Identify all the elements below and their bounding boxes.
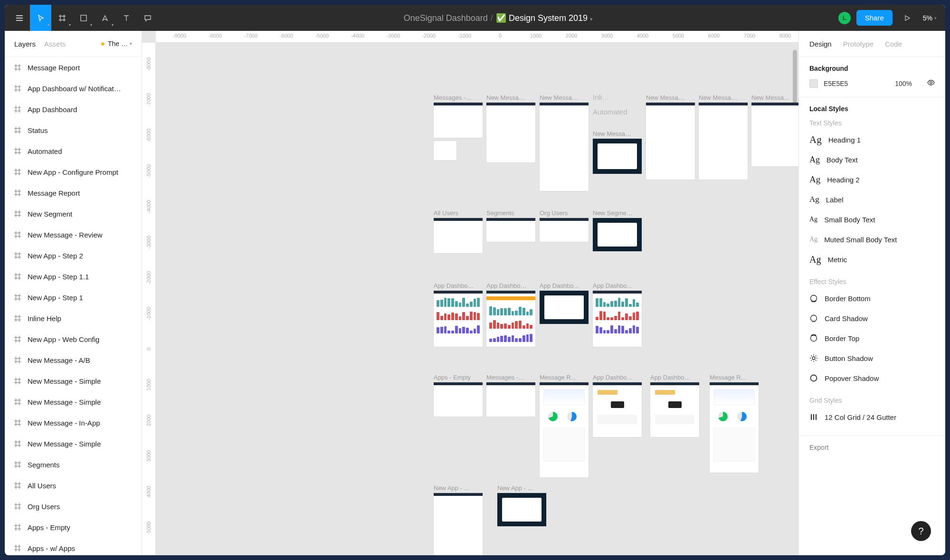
layer-item[interactable]: New Segment [5,203,142,224]
frame-label[interactable]: App Dashbo… [486,282,535,289]
canvas-frame[interactable]: New Messa… [699,94,748,180]
frame-label[interactable]: Automated [593,108,627,116]
frame-label[interactable]: Org Users [540,209,589,217]
frame-label[interactable]: Inli… [593,93,617,101]
text-style-item[interactable]: AgLabel [809,190,935,209]
text-style-item[interactable]: AgBody Text [809,150,935,170]
frame-label[interactable]: New Messa… [486,94,535,101]
text-style-item[interactable]: AgHeading 2 [809,170,935,190]
tab-assets[interactable]: Assets [44,40,66,48]
frame-label[interactable]: New App - … [497,484,546,492]
frame-label[interactable]: Message R… [710,374,759,381]
layer-item[interactable]: New App - Configure Prompt [5,161,142,182]
avatar[interactable]: L [838,12,851,24]
text-style-item[interactable]: AgHeading 1 [809,130,935,150]
move-tool[interactable]: ▾ [30,5,51,31]
comment-tool[interactable] [137,5,158,31]
menu-button[interactable] [9,5,30,31]
text-style-item[interactable]: AgMuted Small Body Text [809,229,935,249]
canvas-frame[interactable] [434,141,456,160]
layer-item[interactable]: App Dashboard w/ Notificat… [5,78,142,99]
canvas-frame[interactable]: Org Users [540,209,589,242]
canvas-frame[interactable]: App Dashbo… [593,282,642,347]
frame-label[interactable]: App Dashbo… [593,282,642,289]
canvas-frame[interactable]: New App - … [497,484,546,526]
canvas-frame[interactable]: Apps - Empty [434,374,483,417]
frame-tool[interactable]: ▾ [51,5,73,31]
frame-label[interactable]: New Segme… [593,209,642,217]
layer-item[interactable]: Inline Help [5,308,142,329]
frame-label[interactable]: Segments [486,209,535,217]
layer-item[interactable]: Segments [5,454,142,475]
layer-item[interactable]: Apps - w/ Apps [5,538,142,555]
effect-style-item[interactable]: Button Shadow [809,348,935,368]
background-opacity[interactable]: 100% [895,80,912,87]
canvas-frame[interactable]: Message R… [710,374,759,473]
canvas-frame[interactable]: Message R… [540,374,589,477]
canvas-frame[interactable]: Messages -… [434,94,483,138]
frame-label[interactable]: New Messa… [540,94,589,101]
layer-item[interactable]: Automated [5,141,142,161]
frame-label[interactable]: New Messa… [699,94,748,101]
layer-item[interactable]: All Users [5,475,142,496]
background-swatch[interactable] [809,79,818,88]
effect-style-item[interactable]: Popover Shadow [809,368,935,388]
effect-style-item[interactable]: Card Shadow [809,308,935,328]
canvas[interactable]: -9000-8000-7000-6000-5000-4000-3000-2000… [142,31,798,555]
present-button[interactable] [900,15,914,21]
layer-item[interactable]: New Message - A/B [5,350,142,370]
help-button[interactable]: ? [911,521,931,541]
canvas-frame[interactable]: App Dashbo… [434,282,483,347]
canvas-frame[interactable]: All Users [434,209,483,253]
grid-style-item[interactable]: 12 Col Grid / 24 Gutter [809,407,935,427]
tab-prototype[interactable]: Prototype [843,40,874,48]
frame-label[interactable]: New Messa… [593,130,642,137]
frame-label[interactable]: All Users [434,209,483,217]
canvas-frame[interactable]: App Dashbo… [486,282,535,347]
layer-item[interactable]: New Message - Simple [5,370,142,391]
canvas-frame[interactable]: App Dashbo… [650,374,699,437]
zoom-select[interactable]: 5%▾ [923,14,937,22]
canvas-frame[interactable]: App Dashbo… [593,374,642,437]
text-style-item[interactable]: AgMetric [809,249,935,269]
layer-item[interactable]: New App - Web Config [5,329,142,350]
layer-item[interactable]: Apps - Empty [5,517,142,538]
effect-style-item[interactable]: Border Top [809,328,935,348]
frame-label[interactable]: Message R… [540,374,589,381]
visibility-toggle[interactable] [927,79,935,88]
frame-label[interactable]: App Dashbo… [650,374,699,381]
canvas-frame[interactable]: Segments [486,209,535,242]
layer-item[interactable]: Message Report [5,182,142,203]
layer-item[interactable]: Status [5,120,142,141]
frame-label[interactable]: App Dashbo… [593,374,642,381]
canvas-frame[interactable]: New Messa… [646,94,695,180]
frame-label[interactable]: Messages -… [486,374,535,381]
share-button[interactable]: Share [856,10,893,26]
effect-style-item[interactable]: Border Bottom [809,288,935,308]
canvas-frame[interactable]: Messages -… [486,374,535,417]
frame-label[interactable]: Messages -… [434,94,483,101]
text-style-item[interactable]: AgSmall Body Text [809,209,935,229]
layer-item[interactable]: New Message - Simple [5,433,142,454]
layer-item[interactable]: New App - Step 1 [5,287,142,308]
frame-label[interactable]: New Messa… [646,94,695,101]
pen-tool[interactable]: ▾ [94,5,115,31]
shape-tool[interactable]: ▾ [73,5,94,31]
frame-label[interactable]: App Dashbo… [434,282,483,289]
tab-layers[interactable]: Layers [14,40,36,48]
frame-label[interactable]: App Dashbo… [540,282,589,289]
tab-code[interactable]: Code [885,40,902,48]
canvas-frame[interactable]: New Messa… [751,94,798,166]
frame-label[interactable]: New App - … [434,484,483,492]
layer-item[interactable]: Org Users [5,496,142,517]
frame-label[interactable]: New Messa… [751,94,798,101]
page-select[interactable]: ★The …▾ [100,40,132,47]
canvas-frame[interactable]: New Messa… [593,130,642,174]
canvas-frame[interactable]: App Dashbo… [540,282,589,324]
canvas-frame[interactable]: New Messa… [486,94,535,162]
layer-item[interactable]: New Message - In-App [5,412,142,433]
layer-item[interactable]: App Dashboard [5,99,142,120]
canvas-frame[interactable]: New Segme… [593,209,642,251]
export-heading[interactable]: Export [809,444,935,451]
background-hex[interactable]: E5E5E5 [824,80,848,87]
